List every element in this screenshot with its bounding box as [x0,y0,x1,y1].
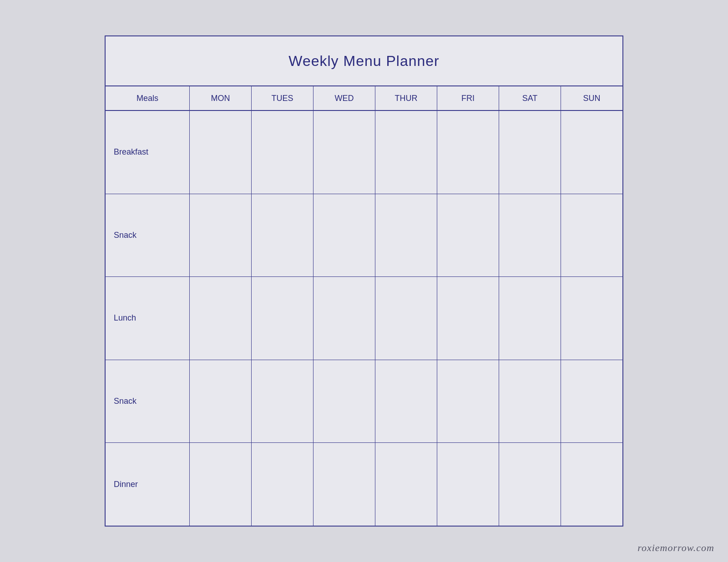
lunch-mon[interactable] [190,277,252,360]
breakfast-wed[interactable] [313,111,375,194]
header-tues: TUES [252,86,313,110]
meal-label-snack1: Snack [106,194,190,277]
snack1-wed[interactable] [313,194,375,277]
header-sat: SAT [499,86,561,110]
header-meals: Meals [106,86,190,110]
snack1-thur[interactable] [375,194,437,277]
snack1-fri[interactable] [437,194,499,277]
lunch-wed[interactable] [313,277,375,360]
lunch-tues[interactable] [252,277,313,360]
breakfast-tues[interactable] [252,111,313,194]
dinner-sat[interactable] [499,443,561,526]
snack2-wed[interactable] [313,360,375,443]
dinner-fri[interactable] [437,443,499,526]
dinner-tues[interactable] [252,443,313,526]
breakfast-sun[interactable] [561,111,622,194]
header-sun: SUN [561,86,622,110]
planner-title-row: Weekly Menu Planner [106,36,622,86]
header-thur: THUR [375,86,437,110]
planner-grid: Meals MON TUES WED THUR FRI SAT SUN [106,86,622,526]
breakfast-sat[interactable] [499,111,561,194]
planner-container: Weekly Menu Planner Meals MON TUES WED T… [105,35,623,527]
dinner-sun[interactable] [561,443,622,526]
snack2-tues[interactable] [252,360,313,443]
lunch-thur[interactable] [375,277,437,360]
dinner-mon[interactable] [190,443,252,526]
snack2-sat[interactable] [499,360,561,443]
breakfast-mon[interactable] [190,111,252,194]
snack2-thur[interactable] [375,360,437,443]
meal-label-breakfast: Breakfast [106,111,190,194]
row-snack2: Snack [106,360,622,443]
snack2-fri[interactable] [437,360,499,443]
snack2-mon[interactable] [190,360,252,443]
snack1-sun[interactable] [561,194,622,277]
lunch-sat[interactable] [499,277,561,360]
row-dinner: Dinner [106,443,622,526]
breakfast-fri[interactable] [437,111,499,194]
meal-label-lunch: Lunch [106,277,190,360]
row-breakfast: Breakfast [106,111,622,194]
snack1-sat[interactable] [499,194,561,277]
lunch-fri[interactable] [437,277,499,360]
dinner-thur[interactable] [375,443,437,526]
snack2-sun[interactable] [561,360,622,443]
snack1-mon[interactable] [190,194,252,277]
header-row: Meals MON TUES WED THUR FRI SAT SUN [106,86,622,111]
dinner-wed[interactable] [313,443,375,526]
meal-label-snack2: Snack [106,360,190,443]
header-wed: WED [313,86,375,110]
header-mon: MON [190,86,252,110]
row-lunch: Lunch [106,277,622,360]
row-snack1: Snack [106,194,622,277]
meal-label-dinner: Dinner [106,443,190,526]
snack1-tues[interactable] [252,194,313,277]
header-fri: FRI [437,86,499,110]
planner-title: Weekly Menu Planner [288,53,439,70]
lunch-sun[interactable] [561,277,622,360]
watermark: roxiemorrow.com [637,542,714,554]
breakfast-thur[interactable] [375,111,437,194]
